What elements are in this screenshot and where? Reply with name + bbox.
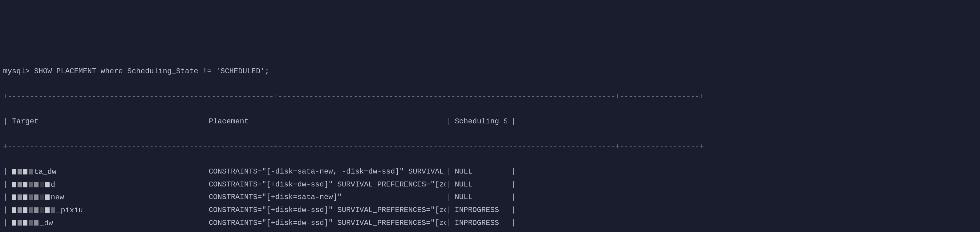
scheduling-state-value: INPROGRESS bbox=[455, 206, 499, 214]
redacted-prefix bbox=[12, 204, 56, 217]
cell-scheduling-state: INPROGRESS bbox=[455, 230, 507, 232]
cell-target bbox=[12, 230, 200, 232]
redacted-prefix bbox=[12, 165, 34, 178]
header-placement: Placement bbox=[209, 115, 446, 128]
table-row: | | CONSTRAINTS="[+disk=dw-ssd]" SURVIVA… bbox=[3, 230, 977, 232]
table-body: | ta_dw| CONSTRAINTS="[-disk=sata-new, -… bbox=[3, 165, 977, 232]
scheduling-state-value: INPROGRESS bbox=[455, 219, 499, 227]
table-divider-top: +---------------------------------------… bbox=[3, 91, 977, 103]
table-row: | new| CONSTRAINTS="[+disk=sata-new]"| N… bbox=[3, 191, 977, 204]
target-suffix: new bbox=[51, 193, 64, 202]
scheduling-state-value: NULL bbox=[455, 193, 473, 201]
cell-scheduling-state: NULL bbox=[455, 178, 507, 191]
header-target: Target bbox=[12, 115, 200, 128]
cell-placement: CONSTRAINTS="[+disk=dw-ssd]" SURVIVAL_PR… bbox=[209, 204, 446, 217]
cell-scheduling-state: NULL bbox=[455, 191, 507, 204]
table-row: | _pixiu| CONSTRAINTS="[+disk=dw-ssd]" S… bbox=[3, 204, 977, 217]
table-divider-mid: +---------------------------------------… bbox=[3, 141, 977, 153]
target-suffix: _dw bbox=[40, 219, 53, 227]
cell-target: d bbox=[12, 178, 200, 191]
redacted-prefix bbox=[12, 178, 51, 191]
scheduling-state-value: NULL bbox=[455, 167, 473, 176]
target-suffix: ta_dw bbox=[34, 168, 56, 176]
redacted-prefix bbox=[12, 217, 40, 230]
redacted-prefix bbox=[12, 191, 51, 204]
header-scheduling-state: Scheduling_State bbox=[455, 115, 507, 128]
cell-placement: CONSTRAINTS="[+disk=sata-new]" bbox=[209, 191, 446, 204]
redacted-prefix bbox=[12, 230, 51, 232]
sql-query: SHOW PLACEMENT where Scheduling_State !=… bbox=[34, 67, 269, 75]
cell-scheduling-state: NULL bbox=[455, 165, 507, 178]
cell-placement: CONSTRAINTS="[+disk=dw-ssd]" SURVIVAL_PR… bbox=[209, 230, 446, 232]
terminal-output: mysql> SHOW PLACEMENT where Scheduling_S… bbox=[3, 52, 977, 232]
cell-target: _pixiu bbox=[12, 204, 200, 217]
table-row: | _dw| CONSTRAINTS="[+disk=dw-ssd]" SURV… bbox=[3, 217, 977, 230]
table-row: | ta_dw| CONSTRAINTS="[-disk=sata-new, -… bbox=[3, 165, 977, 178]
redacted-prefix bbox=[55, 230, 88, 232]
target-suffix: _pixiu bbox=[56, 206, 83, 215]
table-header-row: | Target| Placement| Scheduling_State | bbox=[3, 115, 977, 128]
cell-scheduling-state: INPROGRESS bbox=[455, 204, 507, 217]
cell-placement: CONSTRAINTS="[+disk=dw-ssd]" SURVIVAL_PR… bbox=[209, 217, 446, 230]
cell-target: new bbox=[12, 191, 200, 204]
scheduling-state-value: NULL bbox=[455, 180, 473, 189]
cell-placement: CONSTRAINTS="[+disk=dw-ssd]" SURVIVAL_PR… bbox=[209, 178, 446, 191]
sql-prompt: mysql> bbox=[3, 67, 30, 75]
cell-target: _dw bbox=[12, 217, 200, 230]
cell-placement: CONSTRAINTS="[-disk=sata-new, -disk=dw-s… bbox=[209, 165, 446, 178]
table-row: | d| CONSTRAINTS="[+disk=dw-ssd]" SURVIV… bbox=[3, 178, 977, 191]
target-suffix: d bbox=[51, 181, 55, 189]
cell-scheduling-state: INPROGRESS bbox=[455, 217, 507, 230]
cell-target: ta_dw bbox=[12, 165, 200, 178]
